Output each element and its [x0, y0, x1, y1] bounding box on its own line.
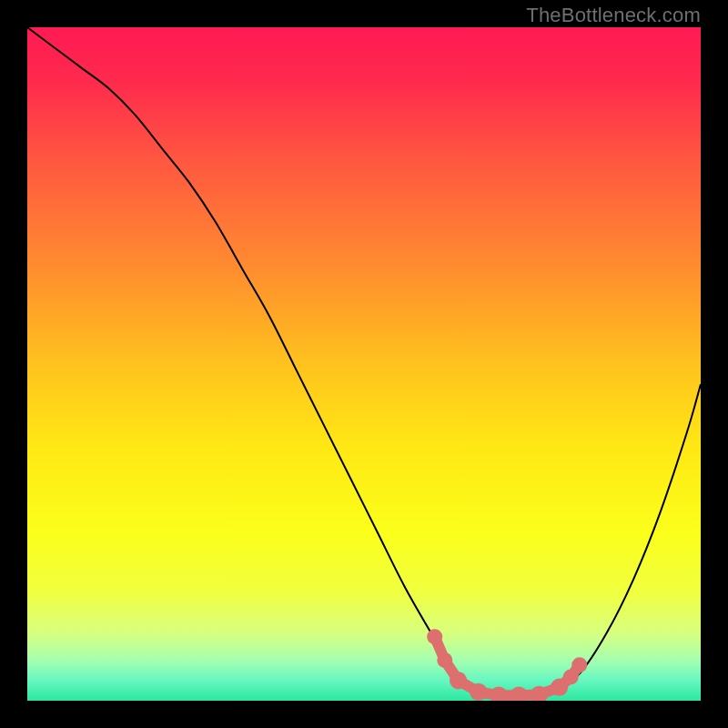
data-marker [427, 629, 442, 644]
data-marker [450, 672, 467, 689]
data-marker [571, 657, 587, 672]
watermark-text: TheBottleneck.com [526, 4, 701, 27]
bottleneck-curve [27, 27, 701, 695]
data-marker [490, 686, 507, 701]
data-marker [470, 683, 487, 701]
curve-layer [27, 27, 701, 701]
data-marker [511, 686, 528, 701]
plot-area [27, 27, 701, 701]
outer-frame: TheBottleneck.com [0, 0, 728, 728]
data-marker [437, 652, 452, 668]
